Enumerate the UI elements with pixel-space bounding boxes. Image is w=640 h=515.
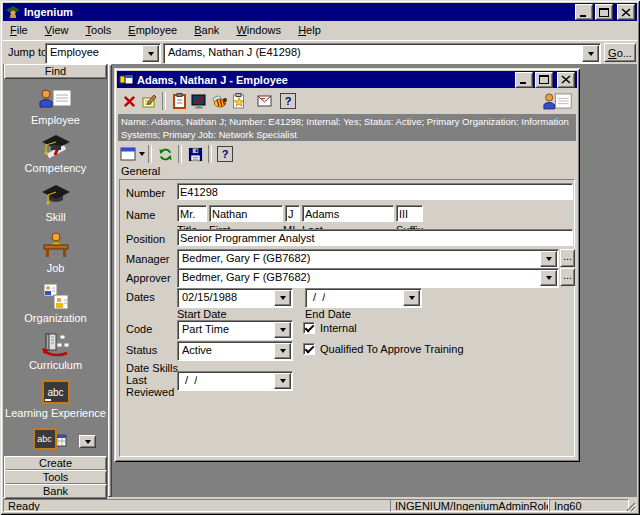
end-date-value: / / bbox=[310, 291, 325, 303]
skill-icon[interactable] bbox=[3, 183, 108, 207]
form-help-icon[interactable]: ? bbox=[215, 144, 235, 164]
email-icon[interactable] bbox=[254, 91, 274, 111]
date-skills-label: Date Skills Last Reviewed bbox=[126, 362, 178, 398]
jump-category-dropdown-icon[interactable] bbox=[142, 45, 159, 62]
manager-dropdown-icon[interactable] bbox=[540, 251, 557, 267]
number-input[interactable] bbox=[177, 183, 573, 200]
maximize-icon[interactable] bbox=[595, 4, 613, 20]
status-dropdown-icon[interactable] bbox=[274, 343, 291, 359]
employee-icon[interactable] bbox=[3, 87, 108, 109]
menu-help[interactable]: Help bbox=[291, 21, 328, 39]
ingenium-app-window: Ingenium File View Tools Employee Bank W… bbox=[0, 0, 640, 515]
date-skills-value: / / bbox=[182, 374, 197, 386]
internal-checkbox[interactable] bbox=[303, 322, 315, 334]
name-last-input[interactable] bbox=[302, 205, 394, 222]
sidebar-item-job[interactable]: Job bbox=[3, 262, 108, 274]
qualified-checkbox[interactable] bbox=[303, 343, 315, 355]
sidebar-create-button[interactable]: Create bbox=[4, 456, 107, 471]
jump-category-value: Employee bbox=[50, 46, 99, 58]
close-icon[interactable] bbox=[617, 4, 635, 20]
jump-record-combobox[interactable]: Adams, Nathan J (E41298) bbox=[163, 43, 601, 64]
monitor-edit-icon[interactable] bbox=[189, 91, 209, 111]
competency-icon[interactable] bbox=[3, 134, 108, 160]
menu-bank[interactable]: Bank bbox=[187, 21, 226, 39]
menu-bar: File View Tools Employee Bank Windows He… bbox=[3, 21, 637, 40]
sidebar-find-button[interactable]: Find bbox=[4, 64, 107, 79]
clipboard-star-icon[interactable] bbox=[229, 91, 249, 111]
menu-tools[interactable]: Tools bbox=[79, 21, 119, 39]
end-date-dropdown-icon[interactable] bbox=[403, 290, 420, 306]
form-toolbar: ? bbox=[117, 144, 577, 164]
save-icon[interactable] bbox=[185, 144, 205, 164]
minimize-icon[interactable] bbox=[575, 4, 593, 20]
section-label: General bbox=[121, 165, 160, 177]
employee-window: Adams, Nathan J - Employee bbox=[114, 68, 580, 462]
jump-category-combobox[interactable]: Employee bbox=[45, 43, 161, 64]
approver-dropdown-icon[interactable] bbox=[540, 270, 557, 286]
sidebar-item-competency[interactable]: Competency bbox=[3, 162, 108, 174]
sidebar-item-organization[interactable]: Organization bbox=[3, 312, 108, 324]
bee-icon[interactable] bbox=[209, 91, 229, 111]
go-button[interactable]: Go... bbox=[604, 43, 636, 62]
name-title-input[interactable] bbox=[177, 205, 207, 222]
learning-experience-icon[interactable]: abc bbox=[3, 380, 108, 404]
manager-value: Bedmer, Gary F (GB7682) bbox=[182, 252, 310, 264]
record-toolbar: ? bbox=[117, 89, 577, 113]
qualified-checkbox-row[interactable]: Qualified To Approve Training bbox=[303, 343, 464, 355]
organization-icon[interactable] bbox=[3, 283, 108, 310]
name-mi-input[interactable] bbox=[285, 205, 300, 222]
employee-window-maximize-icon[interactable] bbox=[535, 72, 553, 88]
status-message: Ready bbox=[3, 499, 391, 512]
employee-window-minimize-icon[interactable] bbox=[515, 72, 533, 88]
sidebar-item-employee[interactable]: Employee bbox=[3, 114, 108, 126]
curriculum-icon[interactable] bbox=[3, 331, 108, 357]
sidebar-item-curriculum[interactable]: Curriculum bbox=[3, 359, 108, 371]
date-skills-picker[interactable]: / / bbox=[177, 371, 293, 391]
menu-view[interactable]: View bbox=[38, 21, 76, 39]
resize-grip[interactable] bbox=[624, 500, 636, 514]
manager-browse-button[interactable]: ... bbox=[560, 249, 575, 267]
code-combobox[interactable]: Part Time bbox=[177, 320, 293, 340]
code-value: Part Time bbox=[182, 323, 229, 335]
date-skills-dropdown-icon[interactable] bbox=[274, 373, 291, 389]
approver-combobox[interactable]: Bedmer, Gary F (GB7682) bbox=[177, 268, 559, 288]
form-view-icon[interactable] bbox=[119, 144, 145, 164]
sidebar: Find Employee Competency bbox=[3, 64, 108, 497]
edit-note-icon[interactable] bbox=[139, 91, 159, 111]
help-icon[interactable]: ? bbox=[278, 91, 298, 111]
employee-window-close-icon[interactable] bbox=[557, 72, 575, 88]
end-date-picker[interactable]: / / bbox=[305, 288, 422, 308]
jump-record-dropdown-icon[interactable] bbox=[582, 45, 599, 62]
name-suffix-input[interactable] bbox=[396, 205, 423, 222]
menu-file[interactable]: File bbox=[3, 21, 35, 39]
manager-combobox[interactable]: Bedmer, Gary F (GB7682) bbox=[177, 249, 559, 269]
internal-checkbox-row[interactable]: Internal bbox=[303, 322, 357, 334]
toolbar-separator bbox=[178, 145, 182, 163]
approver-label: Approver bbox=[126, 272, 171, 284]
start-date-picker[interactable]: 02/15/1988 bbox=[177, 288, 293, 308]
status-bar: Ready INGENIUM/IngeniumAdminRole Ing60 bbox=[3, 497, 637, 513]
sidebar-item-skill[interactable]: Skill bbox=[3, 211, 108, 223]
sidebar-more-items-button[interactable] bbox=[79, 435, 96, 448]
employee-record-icon bbox=[543, 91, 573, 111]
start-date-dropdown-icon[interactable] bbox=[274, 290, 291, 306]
status-combobox[interactable]: Active bbox=[177, 341, 293, 361]
menu-employee[interactable]: Employee bbox=[121, 21, 184, 39]
jump-to-label: Jump to bbox=[8, 46, 47, 58]
job-icon[interactable] bbox=[3, 232, 108, 258]
status-value: Active bbox=[182, 344, 212, 356]
start-date-caption: Start Date bbox=[177, 308, 227, 320]
code-dropdown-icon[interactable] bbox=[274, 322, 291, 338]
status-session: Ing60 bbox=[549, 499, 629, 512]
approver-browse-button[interactable]: ... bbox=[560, 268, 575, 286]
menu-windows[interactable]: Windows bbox=[229, 21, 288, 39]
toolbar-separator bbox=[162, 92, 166, 110]
sidebar-tools-button[interactable]: Tools bbox=[4, 470, 107, 485]
refresh-icon[interactable] bbox=[155, 144, 175, 164]
clipboard-icon[interactable] bbox=[169, 91, 189, 111]
position-input[interactable] bbox=[177, 229, 573, 246]
delete-record-icon[interactable] bbox=[119, 91, 139, 111]
record-summary-banner: Name: Adams, Nathan J; Number: E41298; I… bbox=[118, 114, 576, 141]
sidebar-item-learning-experience[interactable]: Learning Experience bbox=[3, 407, 108, 419]
name-first-input[interactable] bbox=[209, 205, 283, 222]
